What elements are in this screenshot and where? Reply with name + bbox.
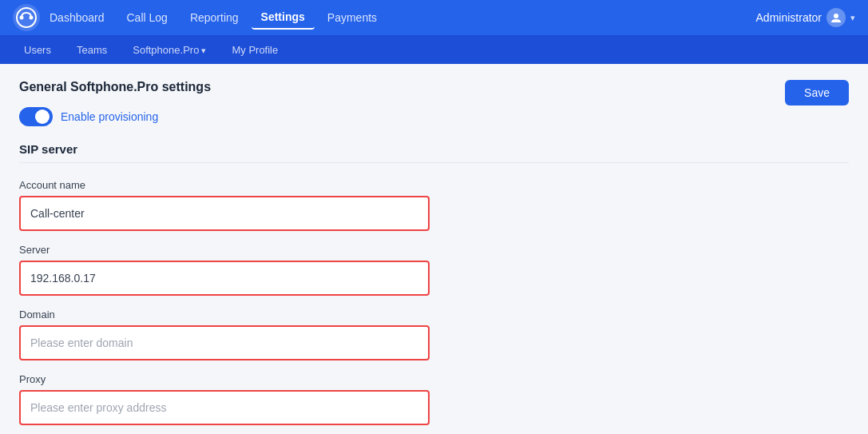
section-divider [19, 162, 849, 163]
domain-input[interactable] [19, 325, 430, 360]
sub-navigation: Users Teams Softphone.Pro My Profile [0, 35, 868, 64]
server-label: Server [19, 244, 849, 256]
nav-payments[interactable]: Payments [318, 6, 386, 29]
proxy-input[interactable] [19, 390, 430, 425]
provisioning-toggle[interactable] [19, 107, 53, 126]
app-logo [13, 4, 40, 31]
main-content: General Softphone.Pro settings Save Enab… [0, 64, 868, 434]
subnav-my-profile[interactable]: My Profile [220, 41, 289, 59]
provisioning-label: Enable provisioning [61, 110, 158, 123]
domain-label: Domain [19, 309, 849, 321]
user-name: Administrator [756, 11, 822, 24]
nav-settings[interactable]: Settings [252, 6, 315, 30]
account-name-field: Account name [19, 179, 849, 231]
server-input[interactable] [19, 261, 430, 296]
save-button[interactable]: Save [785, 80, 849, 106]
server-field: Server [19, 244, 849, 296]
nav-call-log[interactable]: Call Log [117, 6, 177, 29]
domain-field: Domain [19, 309, 849, 360]
user-menu[interactable]: Administrator ▾ [756, 8, 855, 27]
page-title: General Softphone.Pro settings [19, 80, 849, 94]
chevron-down-icon: ▾ [850, 13, 855, 23]
nav-reporting[interactable]: Reporting [180, 6, 248, 29]
nav-dashboard[interactable]: Dashboard [40, 6, 114, 29]
svg-point-2 [20, 16, 24, 20]
top-navigation: Dashboard Call Log Reporting Settings Pa… [0, 0, 868, 35]
avatar [826, 8, 846, 27]
main-nav-links: Dashboard Call Log Reporting Settings Pa… [40, 6, 756, 30]
provisioning-toggle-row: Enable provisioning [19, 107, 849, 126]
subnav-teams[interactable]: Teams [65, 41, 118, 59]
proxy-field: Proxy [19, 373, 849, 425]
svg-point-3 [30, 16, 34, 20]
account-name-label: Account name [19, 179, 849, 191]
account-name-input[interactable] [19, 196, 430, 231]
subnav-softphone-pro[interactable]: Softphone.Pro [121, 41, 217, 59]
svg-point-4 [834, 14, 838, 18]
proxy-label: Proxy [19, 373, 849, 385]
sip-section-title: SIP server [19, 142, 849, 156]
subnav-users[interactable]: Users [13, 41, 62, 59]
